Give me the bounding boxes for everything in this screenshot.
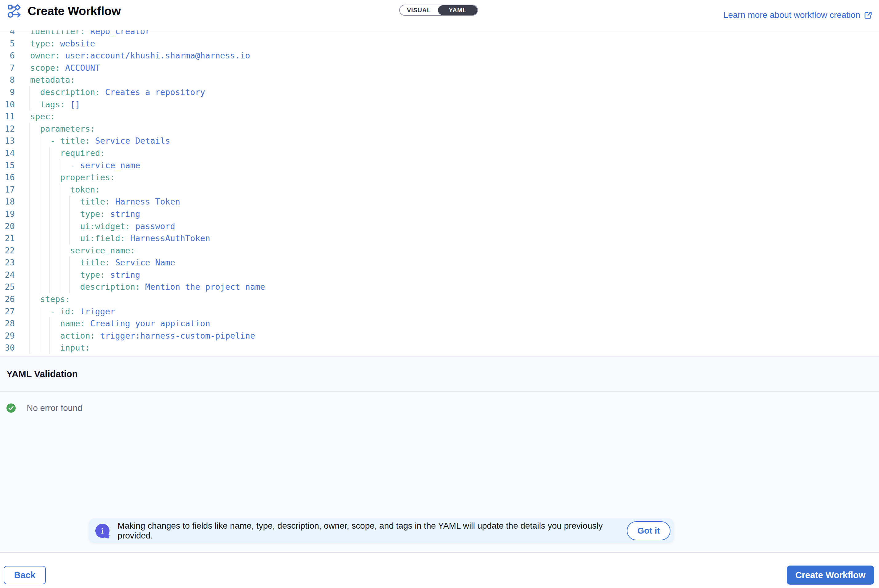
code-line[interactable]: 28name: Creating your appication — [0, 317, 879, 330]
code-line[interactable]: 10tags: [] — [0, 98, 879, 111]
token-key: metadata: — [30, 75, 75, 85]
code-line[interactable]: 5type: website — [0, 38, 879, 50]
code-line[interactable]: 23title: Service Name — [0, 256, 879, 269]
indent-guide — [30, 123, 30, 135]
code-text: properties: — [60, 171, 116, 184]
code-text: type: string — [80, 269, 140, 281]
indent-guide — [69, 208, 70, 220]
token-val: trigger:harness-custom-pipeline — [95, 331, 255, 340]
got-it-button[interactable]: Got it — [627, 521, 670, 540]
line-number: 5 — [0, 38, 15, 50]
line-number: 10 — [0, 98, 15, 111]
learn-more-link[interactable]: Learn more about workflow creation — [723, 0, 872, 30]
code-line[interactable]: 22service_name: — [0, 244, 879, 257]
code-line[interactable]: 19type: string — [0, 208, 879, 220]
code-text: tags: [] — [40, 98, 80, 111]
indent-guide — [30, 171, 30, 184]
indent-guide — [30, 244, 30, 257]
line-number: 24 — [0, 269, 15, 281]
code-line[interactable]: 12parameters: — [0, 123, 879, 135]
indent-guide — [40, 256, 40, 269]
indent-guide — [50, 171, 50, 184]
banner-message: Making changes to fields like name, type… — [117, 521, 627, 541]
code-line[interactable]: 29action: trigger:harness-custom-pipelin… — [0, 330, 879, 342]
validation-status-text: No error found — [27, 403, 82, 413]
create-workflow-page: Create Workflow VISUAL YAML Learn more a… — [0, 0, 879, 588]
code-line[interactable]: 13- title: Service Details — [0, 135, 879, 147]
indent-guide — [40, 330, 40, 342]
token-key: properties: — [60, 172, 116, 182]
code-line[interactable]: 20ui:widget: password — [0, 220, 879, 232]
line-number: 28 — [0, 317, 15, 330]
code-text: service_name: — [70, 244, 135, 257]
validation-status: No error found — [6, 403, 879, 413]
view-toggle[interactable]: VISUAL YAML — [399, 4, 478, 16]
indent-guide — [50, 196, 50, 208]
code-text: title: Harness Token — [80, 196, 180, 208]
token-key: input: — [60, 343, 90, 352]
indent-guide — [60, 244, 60, 257]
indent-guide — [69, 232, 70, 244]
indent-guide — [40, 135, 40, 147]
line-number: 8 — [0, 74, 15, 86]
header: Create Workflow VISUAL YAML Learn more a… — [0, 0, 879, 30]
learn-more-label: Learn more about workflow creation — [723, 10, 860, 20]
code-line[interactable]: 9description: Creates a repository — [0, 86, 879, 98]
code-line[interactable]: 8metadata: — [0, 74, 879, 86]
code-text: description: Mention the project name — [80, 281, 265, 293]
code-line[interactable]: 4identifier: Repo_creator — [0, 30, 879, 38]
code-line[interactable]: 18title: Harness Token — [0, 196, 879, 208]
info-icon: i — [95, 524, 110, 538]
code-line[interactable]: 14required: — [0, 147, 879, 159]
indent-guide — [69, 220, 70, 232]
indent-guide — [30, 135, 30, 147]
code-text: identifier: Repo_creator — [30, 30, 150, 38]
token-val: trigger — [75, 307, 115, 316]
line-number: 12 — [0, 123, 15, 135]
token-key: description: — [80, 282, 140, 291]
toggle-option-visual[interactable]: VISUAL — [400, 5, 438, 15]
back-button[interactable]: Back — [4, 566, 46, 584]
code-line[interactable]: 11spec: — [0, 110, 879, 123]
indent-guide — [60, 256, 60, 269]
code-line[interactable]: 27- id: trigger — [0, 305, 879, 318]
indent-guide — [40, 305, 40, 318]
token-key: ui:widget: — [80, 221, 130, 231]
toggle-option-yaml[interactable]: YAML — [438, 5, 477, 15]
line-number: 30 — [0, 342, 15, 354]
code-line[interactable]: 6owner: user:account/khushi.sharma@harne… — [0, 50, 879, 62]
token-key: spec: — [30, 112, 55, 121]
indent-guide — [40, 159, 40, 172]
indent-guide — [50, 317, 50, 330]
code-line[interactable]: 30input: — [0, 342, 879, 354]
token-val: string — [105, 209, 140, 219]
token-val: Service Details — [90, 136, 170, 146]
code-line[interactable]: 25description: Mention the project name — [0, 281, 879, 293]
code-line[interactable]: 26steps: — [0, 293, 879, 305]
token-val: service_name — [80, 160, 140, 170]
line-number: 15 — [0, 159, 15, 172]
code-line[interactable]: 16properties: — [0, 171, 879, 184]
code-line[interactable]: 24type: string — [0, 269, 879, 281]
indent-guide — [50, 147, 50, 159]
code-text: metadata: — [30, 74, 75, 86]
code-line[interactable]: 21ui:field: HarnessAuthToken — [0, 232, 879, 244]
code-line[interactable]: 15- service_name — [0, 159, 879, 172]
indent-guide — [60, 159, 60, 172]
code-text: type: website — [30, 38, 95, 50]
line-number: 9 — [0, 86, 15, 98]
indent-guide — [40, 342, 40, 354]
yaml-editor[interactable]: 4identifier: Repo_creator5type: website6… — [0, 30, 879, 356]
code-text: input: — [60, 342, 90, 354]
token-key: title: — [60, 136, 90, 146]
indent-guide — [30, 86, 30, 98]
indent-guide — [60, 208, 60, 220]
code-line[interactable]: 17token: — [0, 184, 879, 196]
line-number: 6 — [0, 50, 15, 62]
code-text: - id: trigger — [50, 305, 115, 318]
code-line[interactable]: 7scope: ACCOUNT — [0, 62, 879, 74]
indent-guide — [40, 208, 40, 220]
token-val: HarnessAuthToken — [125, 233, 210, 243]
create-workflow-button[interactable]: Create Workflow — [787, 566, 874, 585]
code-text: action: trigger:harness-custom-pipeline — [60, 330, 255, 342]
